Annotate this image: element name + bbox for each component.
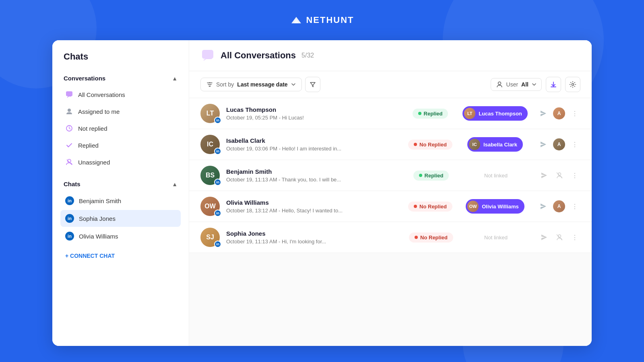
conv-assignee-lucas: LT Lucas Thompson	[459, 106, 531, 121]
sort-dropdown-icon	[291, 82, 296, 87]
table-row[interactable]: SJ in Sophia Jones October 19, 11:13 AM …	[189, 222, 592, 253]
sidebar-item-assigned-to-me[interactable]: Assigned to me	[60, 103, 181, 119]
connect-chat-label: + CONNECT CHAT	[65, 253, 115, 259]
assignee-chip-olivia: OW Olivia Williams	[466, 199, 524, 214]
send-icon-benjamin[interactable]	[539, 170, 550, 181]
sort-value: Last message date	[237, 81, 287, 88]
more-menu-isabella[interactable]: ⋮	[569, 139, 580, 150]
sidebar-title: Chats	[60, 51, 181, 62]
status-dot-sophia	[415, 236, 418, 239]
sidebar-item-replied[interactable]: Replied	[60, 137, 181, 153]
status-badge-sophia: No Replied	[409, 232, 453, 243]
more-menu-benjamin[interactable]: ⋮	[569, 170, 580, 181]
linkedin-avatar-badge-sophia: in	[214, 241, 221, 248]
sidebar-chat-olivia-williams[interactable]: in Olivia Williams	[60, 228, 181, 245]
user-value: All	[521, 81, 528, 88]
conv-info-benjamin: Benjamin Smith October 19, 11:13 AM - Th…	[226, 168, 402, 183]
conversations-icon	[200, 48, 215, 63]
table-row[interactable]: IC in Isabella Clark October 19, 03:06 P…	[189, 129, 592, 160]
status-dot-lucas	[418, 112, 421, 115]
conv-name-benjamin: Benjamin Smith	[226, 168, 402, 175]
more-menu-sophia[interactable]: ⋮	[569, 232, 580, 243]
filter-button[interactable]	[305, 77, 320, 92]
user-filter-icon	[496, 81, 503, 88]
main-content: All Conversations 5/32 Sort by Last mess…	[189, 40, 592, 346]
download-button[interactable]	[546, 77, 561, 92]
sidebar-chat-sophia-jones[interactable]: in Sophia Jones	[60, 210, 181, 227]
table-row[interactable]: LT in Lucas Thompson October 19, 05:25 P…	[189, 98, 592, 129]
conv-info-lucas: Lucas Thompson October 19, 05:25 PM - Hi…	[226, 106, 402, 121]
clock-icon	[65, 124, 73, 132]
conv-info-olivia: Olivia Williams October 18, 13:12 AM - H…	[226, 199, 402, 214]
sort-by-button[interactable]: Sort by Last message date	[200, 78, 302, 91]
linkedin-badge-olivia: in	[65, 232, 74, 241]
unassigned-icon-benjamin[interactable]	[554, 170, 565, 181]
nethunt-logo-icon	[290, 14, 303, 27]
not-linked-benjamin: Not linked	[484, 173, 508, 179]
conv-actions-lucas: A ⋮	[538, 107, 580, 119]
status-dot-benjamin	[419, 174, 422, 177]
linkedin-avatar-badge-lucas: in	[214, 117, 221, 124]
chat-benjamin-label: Benjamin Smith	[79, 197, 121, 204]
page-count: 5/32	[301, 52, 314, 59]
more-menu-olivia[interactable]: ⋮	[569, 201, 580, 212]
sidebar-item-all-conversations[interactable]: All Conversations	[60, 86, 181, 103]
toolbar-actions: User All	[491, 77, 580, 92]
conversations-collapse-icon[interactable]: ▲	[172, 75, 178, 82]
logo-text: NETHUNT	[306, 15, 354, 25]
chats-section-header[interactable]: Chats ▲	[60, 177, 181, 191]
user-filter[interactable]: User All	[491, 78, 542, 91]
sidebar-item-not-replied[interactable]: Not replied	[60, 120, 181, 136]
avatar-wrap-benjamin: BS in	[200, 166, 220, 185]
sidebar-item-unassigned[interactable]: Unassigned	[60, 154, 181, 170]
assigned-to-me-label: Assigned to me	[78, 108, 120, 115]
conv-status-isabella: No Replied	[408, 140, 452, 150]
sidebar: Chats Conversations ▲ All Conversations	[52, 40, 189, 346]
chats-section-label: Chats	[64, 181, 80, 187]
conv-actions-isabella: A ⋮	[538, 138, 580, 150]
svg-point-8	[498, 82, 501, 85]
conv-assignee-isabella: IC Isabella Clark	[459, 137, 531, 152]
conv-status-lucas: Replied	[408, 109, 452, 119]
more-menu-lucas[interactable]: ⋮	[569, 108, 580, 119]
avatar-wrap-lucas: LT in	[200, 104, 220, 123]
page-title: All Conversations	[221, 50, 296, 61]
assignee-avatar-lucas: LT	[464, 108, 475, 119]
send-icon-olivia[interactable]	[538, 201, 549, 212]
conv-status-benjamin: Replied	[409, 171, 453, 181]
sidebar-chat-benjamin-smith[interactable]: in Benjamin Smith	[60, 192, 181, 209]
avatar-wrap-isabella: IC in	[200, 135, 220, 154]
send-icon-isabella[interactable]	[538, 139, 549, 150]
conv-name-isabella: Isabella Clark	[226, 137, 402, 144]
status-badge-lucas: Replied	[413, 109, 448, 119]
unassigned-icon-sophia[interactable]	[554, 232, 565, 243]
person-icon	[65, 107, 73, 115]
sort-icon	[206, 81, 213, 88]
conv-preview-sophia: October 19, 11:13 AM - Hi, I'm looking f…	[226, 239, 402, 245]
toolbar: Sort by Last message date	[189, 71, 592, 98]
send-icon-sophia[interactable]	[539, 232, 550, 243]
settings-button[interactable]	[565, 77, 580, 92]
status-badge-isabella: No Replied	[408, 140, 452, 150]
conv-preview-benjamin: October 19, 11:13 AM - Thank you, too. I…	[226, 177, 402, 183]
not-linked-sophia: Not linked	[484, 234, 508, 241]
chat-olivia-label: Olivia Williams	[79, 233, 118, 240]
table-row[interactable]: BS in Benjamin Smith October 19, 11:13 A…	[189, 160, 592, 191]
linkedin-avatar-badge-benjamin: in	[214, 179, 221, 186]
conv-assignee-olivia: OW Olivia Williams	[459, 199, 531, 214]
table-row[interactable]: OW in Olivia Williams October 18, 13:12 …	[189, 191, 592, 222]
user-dropdown-icon	[532, 82, 537, 87]
conv-name-sophia: Sophia Jones	[226, 230, 402, 237]
user-avatar-lucas: A	[553, 107, 565, 119]
connect-chat-button[interactable]: + CONNECT CHAT	[60, 248, 181, 264]
filter-icon	[310, 81, 316, 88]
conversations-section-header[interactable]: Conversations ▲	[60, 72, 181, 85]
avatar-wrap-olivia: OW in	[200, 197, 220, 216]
send-icon-lucas[interactable]	[538, 108, 549, 119]
conv-actions-benjamin: ⋮	[539, 170, 580, 181]
conversations-section-label: Conversations	[64, 75, 105, 82]
conv-name-olivia: Olivia Williams	[226, 199, 402, 206]
svg-point-3	[68, 109, 71, 112]
chat-sophia-label: Sophia Jones	[79, 215, 116, 222]
chats-collapse-icon[interactable]: ▲	[172, 181, 178, 187]
